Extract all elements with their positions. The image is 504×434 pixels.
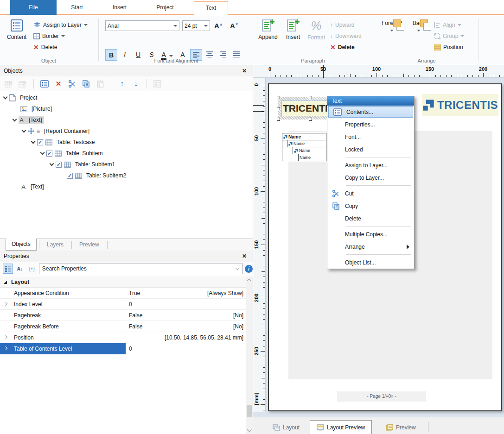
canvas-table-object[interactable]: NameNameNameName xyxy=(282,133,326,161)
tree-item[interactable]: A[Text] xyxy=(0,181,253,192)
tree-item-content[interactable]: [Picture] xyxy=(20,105,54,113)
tree-item-content[interactable]: Table: Testcase xyxy=(45,138,97,146)
font-size-combo[interactable]: 24 pt xyxy=(182,20,210,31)
tree-item-content[interactable]: Table: Subitem1 xyxy=(64,160,117,169)
sort-alphabetical-button[interactable]: A↓ xyxy=(15,264,25,274)
chevron-down-icon[interactable] xyxy=(50,161,54,166)
shrink-font-button[interactable]: A▼ xyxy=(230,20,239,31)
ribbon-tab-file[interactable]: File xyxy=(10,0,57,15)
bold-button[interactable]: B xyxy=(105,49,117,61)
menu-item-object-list---[interactable]: Object List... xyxy=(327,256,414,269)
assign-to-layer-button[interactable]: Assign to Layer xyxy=(33,20,88,30)
insert-paragraph-button[interactable]: Insert xyxy=(282,19,304,40)
panel-tab-objects[interactable]: Objects xyxy=(6,239,37,251)
tree-item[interactable]: ≡[Report Container] xyxy=(0,126,253,137)
page-footer-object[interactable]: - Page 1/«0» - xyxy=(337,391,426,402)
categorized-view-button[interactable] xyxy=(3,264,13,274)
align-objects-button[interactable]: Align xyxy=(434,20,461,30)
view-tab-layout-preview[interactable]: Layout Preview xyxy=(310,420,372,434)
property-row[interactable]: Pagebreak BeforeFalse[No] xyxy=(0,321,246,332)
tree-item-content[interactable]: A[Text] xyxy=(20,182,46,191)
move-downward-button[interactable]: ↓Downward xyxy=(330,31,362,41)
scroll-down-icon[interactable] xyxy=(247,428,252,432)
group-objects-button[interactable]: Group xyxy=(434,31,464,41)
chevron-down-icon[interactable] xyxy=(3,94,8,99)
property-row[interactable]: Appearance ConditionTrue[Always Show] xyxy=(0,288,246,299)
scrollbar-thumb[interactable] xyxy=(247,405,252,417)
expand-collapse-button[interactable]: [+] xyxy=(27,264,37,274)
tree-checkbox[interactable]: ✓ xyxy=(37,139,43,145)
table-header-row[interactable]: Name xyxy=(282,147,326,154)
tree-item[interactable]: [Picture] xyxy=(0,103,253,114)
tree-item-content[interactable]: Project xyxy=(9,94,39,102)
tree-item[interactable]: ✓Table: Subitem xyxy=(0,148,253,159)
chevron-down-icon[interactable] xyxy=(22,128,26,132)
menu-item-locked[interactable]: Locked xyxy=(327,143,414,156)
tree-item-content[interactable]: Table: Subitem xyxy=(55,149,104,157)
scroll-up-icon[interactable] xyxy=(247,279,252,283)
position-button[interactable]: Position xyxy=(434,42,463,52)
menu-item-multiple-copies---[interactable]: Multiple Copies... xyxy=(327,228,414,240)
object-delete-button[interactable]: ✕ Delete xyxy=(33,42,57,52)
menu-item-assign-to-layer---[interactable]: Assign to Layer... xyxy=(327,159,414,171)
property-value[interactable]: False xyxy=(129,310,142,321)
tree-item-content[interactable]: Table: Subitem2 xyxy=(75,171,128,180)
table-header-cell[interactable]: Name xyxy=(299,154,326,161)
format-paragraph-button[interactable]: % Format xyxy=(305,19,327,41)
menu-item-cut[interactable]: Cut xyxy=(327,187,414,200)
property-row[interactable]: Index Level0 xyxy=(0,299,246,310)
property-group-header[interactable]: Layout xyxy=(0,277,246,288)
menu-item-copy[interactable]: Copy xyxy=(327,200,414,212)
chevron-down-icon[interactable] xyxy=(13,117,17,121)
logo-picture-object[interactable]: TRICENTIS xyxy=(422,94,498,116)
align-justify-button[interactable] xyxy=(230,49,242,61)
chevron-down-icon[interactable] xyxy=(236,266,239,270)
tree-item-content[interactable]: A[Text] xyxy=(19,116,44,124)
table-header-row[interactable]: Name xyxy=(282,154,326,161)
font-name-combo[interactable]: Arial xyxy=(105,20,179,31)
menu-item-copy-to-layer---[interactable]: Copy to Layer... xyxy=(327,171,414,184)
property-row[interactable]: Position[10.50, 14.85, 56.05, 28.41 mm] xyxy=(0,332,246,343)
panel-tab-layers[interactable]: Layers xyxy=(41,239,69,251)
expander-icon[interactable] xyxy=(4,335,7,339)
menu-item-contents---[interactable]: Contents... xyxy=(328,106,413,118)
expander-icon[interactable] xyxy=(4,302,7,306)
table-header-row[interactable]: Name xyxy=(282,140,326,147)
selection-handle[interactable] xyxy=(309,96,312,99)
property-row[interactable]: PagebreakFalse[No] xyxy=(0,310,246,321)
append-paragraph-button[interactable]: Append xyxy=(256,19,280,40)
ribbon-tab-project[interactable]: Project xyxy=(147,1,184,15)
view-tab-preview[interactable]: Preview xyxy=(379,420,422,434)
objects-panel-close-icon[interactable]: ✕ xyxy=(241,65,248,76)
tree-checkbox[interactable]: ✓ xyxy=(56,162,62,168)
arrow-up-button[interactable]: ↑ xyxy=(117,79,127,89)
selection-handle[interactable] xyxy=(309,118,312,121)
content-button[interactable]: Content xyxy=(4,19,30,40)
border-button[interactable]: Border xyxy=(33,31,65,41)
panel-tab-preview[interactable]: Preview xyxy=(74,239,105,251)
chevron-down-icon[interactable] xyxy=(31,139,36,144)
table-header-cell[interactable]: Name xyxy=(287,140,326,147)
tree-checkbox[interactable]: ✓ xyxy=(67,173,73,179)
move-upward-button[interactable]: ↑Upward xyxy=(330,20,354,30)
ribbon-tab-insert[interactable]: Insert xyxy=(103,1,136,15)
property-value[interactable]: 0 xyxy=(129,343,132,354)
property-row[interactable]: Table of Contents Level0 xyxy=(0,343,246,354)
properties-scrollbar[interactable] xyxy=(246,277,253,434)
italic-button[interactable]: I xyxy=(119,49,131,61)
property-value[interactable]: False xyxy=(129,321,142,332)
tree-item-content[interactable]: ≡[Report Container] xyxy=(28,127,91,135)
paragraph-delete-button[interactable]: ✕Delete xyxy=(330,42,355,52)
arrow-down-button[interactable]: ↓ xyxy=(131,79,141,89)
tree-item[interactable]: ✓Table: Testcase xyxy=(0,137,253,148)
forward-button[interactable]: Forward xyxy=(378,19,405,33)
property-value[interactable]: 0 xyxy=(129,299,132,310)
contents-button[interactable] xyxy=(39,79,50,89)
table-header-cell[interactable]: Name xyxy=(293,147,326,154)
table-header-row[interactable]: Name xyxy=(282,133,326,140)
menu-item-font---[interactable]: Font... xyxy=(327,131,414,143)
ribbon-tab-start[interactable]: Start xyxy=(60,1,94,15)
tree-item[interactable]: ✓Table: Subitem2 xyxy=(0,170,253,181)
chevron-down-icon[interactable] xyxy=(40,150,45,155)
tree-item[interactable]: ✓Table: Subitem1 xyxy=(0,159,253,170)
